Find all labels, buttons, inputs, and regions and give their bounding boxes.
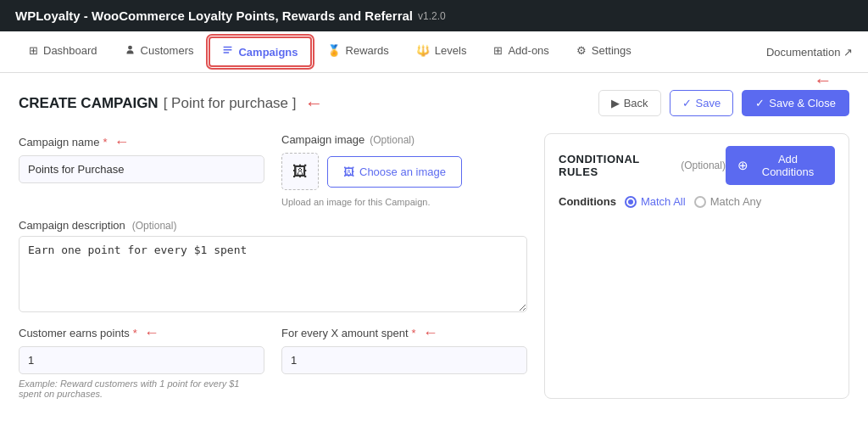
nav-bar: ⊞ Dashboard Customers Campaigns 🏅 Reward… <box>0 31 868 73</box>
match-any-option[interactable]: Match Any <box>694 195 762 208</box>
header-actions: ▶ Back ✓ Save ← ✓ Save & Close <box>598 90 849 116</box>
for-every-label: For every X amount spent * ← <box>281 324 527 342</box>
conditional-title-area: CONDITIONAL RULES (Optional) <box>559 153 726 178</box>
save-close-button[interactable]: ✓ Save & Close <box>742 90 849 116</box>
for-every-group: For every X amount spent * ← <box>281 324 527 399</box>
nav-item-settings[interactable]: ⚙ Settings <box>563 32 645 71</box>
campaign-image-label: Campaign image (Optional) <box>281 133 527 146</box>
create-header: CREATE CAMPAIGN [ Point for purchase ] ←… <box>19 90 849 116</box>
image-placeholder-icon: 🖼 <box>292 163 308 181</box>
campaign-desc-label: Campaign description (Optional) <box>19 219 527 232</box>
dashboard-icon: ⊞ <box>29 44 38 57</box>
save-button[interactable]: ✓ Save <box>670 90 734 116</box>
match-any-radio[interactable] <box>694 196 706 208</box>
rewards-icon: 🏅 <box>327 44 341 57</box>
documentation-link[interactable]: Documentation ↗ <box>766 34 853 70</box>
for-every-input[interactable] <box>281 346 527 374</box>
campaign-desc-textarea[interactable]: Earn one point for every $1 spent <box>19 236 527 312</box>
app-header: WPLoyalty - WooCommerce Loyalty Points, … <box>0 0 868 31</box>
form-left: Campaign name * ← Campaign image (Option… <box>19 133 527 399</box>
nav-item-levels[interactable]: 🔱 Levels <box>403 32 481 71</box>
customer-earns-input[interactable] <box>19 346 264 374</box>
every-required-star: * <box>412 327 416 339</box>
campaign-name-input[interactable] <box>19 155 264 183</box>
form-wrapper: Campaign name * ← Campaign image (Option… <box>19 133 849 399</box>
back-icon: ▶ <box>611 97 620 109</box>
title-arrow: ← <box>305 92 324 115</box>
every-arrow: ← <box>423 324 438 342</box>
match-all-option[interactable]: Match All <box>625 195 686 208</box>
nav-item-dashboard[interactable]: ⊞ Dashboard <box>15 32 111 71</box>
add-conditions-button[interactable]: ⊕ Add Conditions <box>726 146 835 185</box>
conditions-row: Conditions Match All Match Any <box>559 195 835 208</box>
conditional-optional: (Optional) <box>681 160 726 171</box>
campaign-name-label: Campaign name * ← <box>19 133 264 151</box>
customer-earns-label: Customer earns points * ← <box>19 324 264 342</box>
back-button[interactable]: ▶ Back <box>598 90 661 116</box>
choose-image-button[interactable]: 🖼 Choose an image <box>327 156 462 188</box>
save-close-icon: ✓ <box>755 97 765 109</box>
customers-icon <box>125 44 136 58</box>
conditional-header: CONDITIONAL RULES (Optional) ⊕ Add Condi… <box>559 146 835 185</box>
name-required-star: * <box>103 136 107 149</box>
save-close-wrapper: ← ✓ Save & Close <box>742 90 849 116</box>
settings-icon: ⚙ <box>576 44 587 57</box>
nav-item-addons[interactable]: ⊞ Add-ons <box>480 32 562 71</box>
row-name-image: Campaign name * ← Campaign image (Option… <box>19 133 527 207</box>
nav-item-campaigns[interactable]: Campaigns <box>209 36 311 67</box>
main-content: CREATE CAMPAIGN [ Point for purchase ] ←… <box>0 73 868 416</box>
image-row: 🖼 🖼 Choose an image <box>281 153 527 190</box>
save-check-icon: ✓ <box>682 97 692 109</box>
earns-required-star: * <box>133 327 137 339</box>
campaigns-icon <box>222 45 233 59</box>
image-hint: Upload an image for this Campaign. <box>281 197 527 207</box>
desc-optional: (Optional) <box>132 220 177 232</box>
app-title: WPLoyalty - WooCommerce Loyalty Points, … <box>15 8 413 23</box>
earns-hint: Example: Reward customers with 1 point f… <box>19 378 264 399</box>
campaign-image-section: Campaign image (Optional) 🖼 🖼 Choose an … <box>281 133 527 207</box>
customer-earns-group: Customer earns points * ← Example: Rewar… <box>19 324 264 399</box>
nav-item-rewards[interactable]: 🏅 Rewards <box>314 32 403 71</box>
save-close-arrow: ← <box>814 70 832 92</box>
conditions-label: Conditions <box>559 195 616 208</box>
row-points: Customer earns points * ← Example: Rewar… <box>19 324 527 399</box>
nav-item-customers[interactable]: Customers <box>111 32 208 72</box>
image-icon: 🖼 <box>343 165 354 178</box>
create-campaign-title: CREATE CAMPAIGN [ Point for purchase ] <box>19 95 297 112</box>
add-conditions-icon: ⊕ <box>737 158 748 173</box>
addons-icon: ⊞ <box>493 44 503 57</box>
campaign-name-group: Campaign name * ← <box>19 133 264 207</box>
app-version: v1.2.0 <box>418 10 446 22</box>
conditional-section: CONDITIONAL RULES (Optional) ⊕ Add Condi… <box>544 133 849 399</box>
image-placeholder: 🖼 <box>281 153 319 190</box>
levels-icon: 🔱 <box>416 44 430 57</box>
earns-arrow: ← <box>144 324 159 342</box>
conditional-title: CONDITIONAL RULES <box>559 153 674 178</box>
create-title-area: CREATE CAMPAIGN [ Point for purchase ] ← <box>19 92 324 115</box>
match-all-radio[interactable] <box>625 196 637 208</box>
name-arrow: ← <box>114 133 129 151</box>
campaign-desc-group: Campaign description (Optional) Earn one… <box>19 219 527 312</box>
